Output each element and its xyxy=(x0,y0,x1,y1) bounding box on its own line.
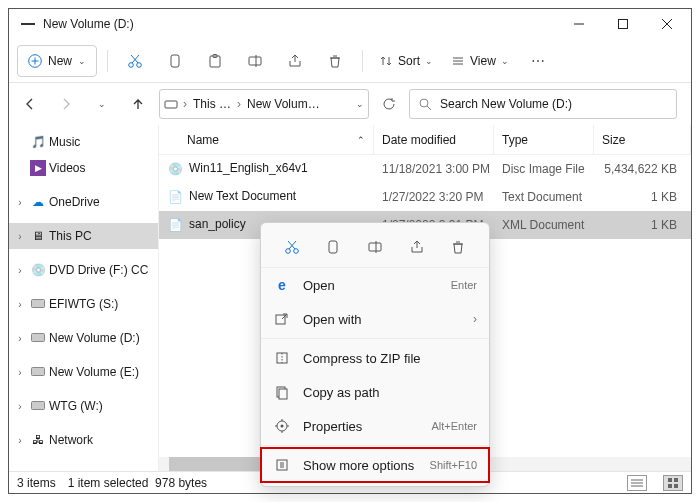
videos-icon: ▶ xyxy=(30,160,46,176)
chevron-down-icon[interactable]: ⌄ xyxy=(356,99,364,109)
svg-rect-38 xyxy=(369,243,381,251)
svg-rect-11 xyxy=(171,55,179,67)
svg-rect-31 xyxy=(668,484,672,488)
ctx-share-button[interactable] xyxy=(403,233,431,261)
ctx-compress[interactable]: Compress to ZIP file xyxy=(261,341,489,375)
status-item-count: 3 items xyxy=(17,476,56,490)
recent-dropdown[interactable]: ⌄ xyxy=(87,89,117,119)
ctx-delete-button[interactable] xyxy=(444,233,472,261)
paste-button[interactable] xyxy=(198,44,232,78)
zip-icon xyxy=(273,349,291,367)
new-button[interactable]: New ⌄ xyxy=(17,45,97,77)
svg-rect-32 xyxy=(674,484,678,488)
large-icons-view-icon[interactable] xyxy=(663,475,683,491)
ctx-open[interactable]: eOpenEnter xyxy=(261,268,489,302)
svg-rect-24 xyxy=(32,368,45,376)
ctx-copy-button[interactable] xyxy=(319,233,347,261)
search-input[interactable]: Search New Volume (D:) xyxy=(409,89,677,119)
col-name[interactable]: Name⌃ xyxy=(159,125,374,154)
more-button[interactable]: ⋯ xyxy=(521,44,555,78)
drive-icon xyxy=(164,97,178,111)
col-date[interactable]: Date modified xyxy=(374,125,494,154)
svg-line-10 xyxy=(131,55,138,63)
col-type[interactable]: Type xyxy=(494,125,594,154)
close-button[interactable] xyxy=(645,9,689,39)
sidebar-item-videos[interactable]: ▶Videos xyxy=(9,155,158,181)
svg-rect-1 xyxy=(619,20,628,29)
chevron-down-icon: ⌄ xyxy=(78,56,86,66)
sort-button[interactable]: Sort ⌄ xyxy=(373,45,439,77)
file-row[interactable]: 📄New Text Document 1/27/2022 3:20 PM Tex… xyxy=(159,183,691,211)
breadcrumb-seg[interactable]: This … xyxy=(192,97,232,111)
ctx-open-with[interactable]: Open with› xyxy=(261,302,489,336)
ctx-rename-button[interactable] xyxy=(361,233,389,261)
cut-button[interactable] xyxy=(118,44,152,78)
delete-button[interactable] xyxy=(318,44,352,78)
sidebar: 🎵Music ▶Videos ›☁OneDrive ›🖥This PC ›💿DV… xyxy=(9,125,159,471)
svg-point-34 xyxy=(293,249,298,254)
details-view-icon[interactable] xyxy=(627,475,647,491)
window-title: New Volume (D:) xyxy=(43,17,557,31)
search-placeholder: Search New Volume (D:) xyxy=(440,97,572,111)
pc-icon: 🖥 xyxy=(30,228,46,244)
sidebar-item-network[interactable]: ›🖧Network xyxy=(9,427,158,453)
svg-point-7 xyxy=(129,62,134,67)
share-button[interactable] xyxy=(278,44,312,78)
rename-button[interactable] xyxy=(238,44,272,78)
minimize-button[interactable] xyxy=(557,9,601,39)
svg-rect-37 xyxy=(329,241,337,253)
address-bar[interactable]: › This … › New Volum… ⌄ xyxy=(159,89,369,119)
sidebar-item-e[interactable]: ›New Volume (E:) xyxy=(9,359,158,385)
svg-rect-29 xyxy=(668,478,672,482)
sort-label: Sort xyxy=(398,54,420,68)
ctx-copy-path[interactable]: Copy as path xyxy=(261,375,489,409)
maximize-button[interactable] xyxy=(601,9,645,39)
view-label: View xyxy=(470,54,496,68)
view-icon xyxy=(451,54,465,68)
refresh-button[interactable] xyxy=(375,89,403,119)
network-icon: 🖧 xyxy=(30,432,46,448)
svg-rect-14 xyxy=(249,57,261,65)
disc-icon: 💿 xyxy=(30,262,46,278)
sidebar-item-efi[interactable]: ›EFIWTG (S:) xyxy=(9,291,158,317)
properties-icon xyxy=(273,417,291,435)
text-file-icon: 📄 xyxy=(167,189,183,205)
copy-button[interactable] xyxy=(158,44,192,78)
breadcrumb-seg[interactable]: New Volum… xyxy=(246,97,321,111)
sidebar-item-onedrive[interactable]: ›☁OneDrive xyxy=(9,189,158,215)
chevron-down-icon: ⌄ xyxy=(425,56,433,66)
sidebar-item-dvd[interactable]: ›💿DVD Drive (F:) CC xyxy=(9,257,158,283)
app-icon xyxy=(21,23,35,25)
col-size[interactable]: Size xyxy=(594,125,691,154)
sort-icon xyxy=(379,54,393,68)
svg-rect-19 xyxy=(165,101,177,108)
ctx-show-more[interactable]: Show more optionsShift+F10 xyxy=(261,448,489,482)
svg-line-21 xyxy=(427,106,431,110)
column-headers: Name⌃ Date modified Type Size xyxy=(159,125,691,155)
up-button[interactable] xyxy=(123,89,153,119)
svg-rect-30 xyxy=(674,478,678,482)
sidebar-item-d[interactable]: ›New Volume (D:) xyxy=(9,325,158,351)
sidebar-item-w[interactable]: ›WTG (W:) xyxy=(9,393,158,419)
back-button[interactable] xyxy=(15,89,45,119)
status-selection: 1 item selected 978 bytes xyxy=(68,476,207,490)
svg-point-46 xyxy=(281,425,284,428)
svg-line-35 xyxy=(289,241,296,249)
sidebar-item-thispc[interactable]: ›🖥This PC xyxy=(9,223,158,249)
ctx-cut-button[interactable] xyxy=(278,233,306,261)
ctx-properties[interactable]: PropertiesAlt+Enter xyxy=(261,409,489,443)
drive-icon xyxy=(30,398,46,414)
file-row[interactable]: 💿Win11_English_x64v1 11/18/2021 3:00 PM … xyxy=(159,155,691,183)
xml-file-icon: 📄 xyxy=(167,217,183,233)
view-button[interactable]: View ⌄ xyxy=(445,45,515,77)
svg-line-36 xyxy=(288,241,295,249)
copypath-icon xyxy=(273,383,291,401)
drive-icon xyxy=(30,296,46,312)
forward-button[interactable] xyxy=(51,89,81,119)
search-icon xyxy=(418,97,432,111)
svg-rect-22 xyxy=(32,300,45,308)
svg-point-20 xyxy=(420,99,428,107)
sidebar-item-music[interactable]: 🎵Music xyxy=(9,129,158,155)
music-icon: 🎵 xyxy=(30,134,46,150)
drive-icon xyxy=(30,330,46,346)
